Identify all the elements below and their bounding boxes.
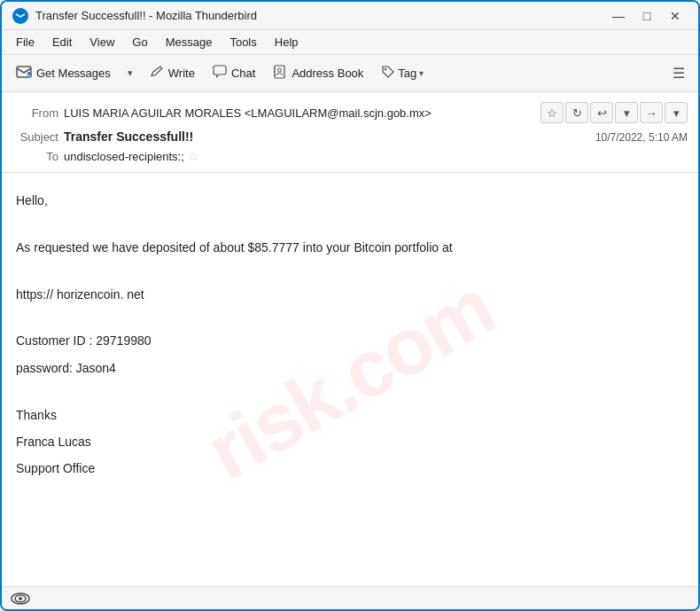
menu-view[interactable]: View bbox=[82, 34, 121, 51]
email-body: risk.com Hello, As requested we have dep… bbox=[2, 173, 698, 586]
menu-file[interactable]: File bbox=[9, 34, 42, 51]
maximize-button[interactable]: □ bbox=[634, 7, 659, 25]
chat-icon bbox=[213, 65, 227, 82]
from-label: From bbox=[12, 106, 58, 120]
from-actions: ☆ ↻ ↩ ▾ → ▾ bbox=[541, 102, 688, 123]
titlebar: Transfer Successfull!! - Mozilla Thunder… bbox=[2, 2, 698, 30]
main-window: Transfer Successfull!! - Mozilla Thunder… bbox=[0, 0, 700, 611]
get-messages-button[interactable]: Get Messages bbox=[9, 60, 118, 87]
minimize-button[interactable]: — bbox=[606, 7, 631, 25]
write-button[interactable]: Write bbox=[143, 61, 202, 86]
body-line4: Customer ID : 29719980 bbox=[16, 331, 684, 350]
get-messages-icon bbox=[16, 64, 32, 83]
body-line3: https:// horizencoin. net bbox=[16, 285, 684, 304]
menu-tools[interactable]: Tools bbox=[222, 34, 263, 51]
svg-point-0 bbox=[15, 11, 26, 21]
from-value: LUIS MARIA AGUILAR MORALES <LMAGUILARM@m… bbox=[64, 106, 535, 120]
subject-row: Subject Transfer Successfull!! 10/7/2022… bbox=[12, 126, 688, 147]
menu-help[interactable]: Help bbox=[268, 34, 306, 51]
reply-down-button[interactable]: ▾ bbox=[615, 102, 638, 123]
signal-status-icon bbox=[11, 589, 30, 608]
hamburger-icon: ☰ bbox=[673, 65, 685, 82]
refresh-button[interactable]: ↻ bbox=[565, 102, 588, 123]
get-messages-dropdown[interactable]: ▾ bbox=[121, 61, 139, 86]
to-star-icon[interactable]: ☆ bbox=[188, 149, 199, 163]
chat-label: Chat bbox=[231, 67, 255, 80]
app-icon bbox=[12, 8, 28, 24]
body-line5: password: Jason4 bbox=[16, 358, 684, 378]
to-label: To bbox=[12, 150, 58, 163]
svg-point-8 bbox=[385, 67, 386, 69]
tag-label: Tag bbox=[398, 67, 416, 80]
forward-button[interactable]: → bbox=[640, 102, 663, 123]
body-line6: Thanks bbox=[16, 405, 684, 425]
reply-button[interactable]: ↩ bbox=[590, 102, 613, 123]
menu-message[interactable]: Message bbox=[159, 34, 220, 51]
window-title: Transfer Successfull!! - Mozilla Thunder… bbox=[35, 9, 606, 22]
svg-point-11 bbox=[19, 597, 22, 600]
subject-label: Subject bbox=[12, 130, 58, 144]
email-date: 10/7/2022, 5:10 AM bbox=[595, 131, 688, 144]
svg-rect-2 bbox=[214, 66, 226, 74]
body-line2: As requested we have deposited of about … bbox=[16, 238, 684, 257]
hamburger-menu-button[interactable]: ☰ bbox=[666, 61, 691, 86]
to-value: undisclosed-recipients:; bbox=[64, 150, 184, 163]
toolbar: Get Messages ▾ Write Chat bbox=[2, 55, 698, 92]
from-row: From LUIS MARIA AGUILAR MORALES <LMAGUIL… bbox=[12, 99, 688, 126]
menu-go[interactable]: Go bbox=[125, 34, 154, 51]
body-line7: Franca Lucas bbox=[16, 432, 684, 451]
get-messages-label: Get Messages bbox=[36, 67, 111, 80]
write-label: Write bbox=[168, 67, 195, 80]
statusbar bbox=[2, 586, 698, 609]
to-value-container: undisclosed-recipients:; ☆ bbox=[64, 149, 199, 163]
star-from-button[interactable]: ☆ bbox=[541, 102, 564, 123]
menu-edit[interactable]: Edit bbox=[45, 34, 79, 51]
address-book-button[interactable]: Address Book bbox=[266, 61, 370, 86]
menubar: File Edit View Go Message Tools Help bbox=[2, 30, 698, 55]
address-book-icon bbox=[273, 65, 287, 82]
forward-down-button[interactable]: ▾ bbox=[665, 102, 688, 123]
window-controls: — □ ✕ bbox=[606, 7, 688, 25]
tag-button[interactable]: Tag ▾ bbox=[374, 61, 431, 86]
body-line8: Support Office bbox=[16, 458, 684, 478]
address-book-label: Address Book bbox=[292, 67, 363, 80]
chat-button[interactable]: Chat bbox=[206, 61, 262, 86]
close-button[interactable]: ✕ bbox=[663, 7, 688, 25]
body-line1: Hello, bbox=[16, 191, 684, 210]
svg-rect-1 bbox=[17, 67, 31, 77]
to-row: To undisclosed-recipients:; ☆ bbox=[12, 147, 688, 165]
svg-point-7 bbox=[278, 68, 282, 72]
write-icon bbox=[150, 65, 164, 82]
tag-dropdown-icon: ▾ bbox=[419, 68, 424, 78]
email-header: From LUIS MARIA AGUILAR MORALES <LMAGUIL… bbox=[2, 92, 698, 173]
subject-value: Transfer Successfull!! bbox=[64, 129, 595, 144]
tag-icon bbox=[381, 65, 395, 82]
